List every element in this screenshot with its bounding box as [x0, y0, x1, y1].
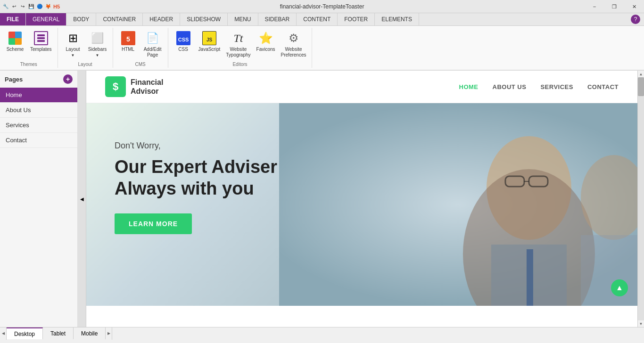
css-icon: CSS — [176, 31, 191, 46]
scroll-up-arrow[interactable]: ▲ — [638, 71, 644, 77]
app-icon: 🔧 — [2, 3, 9, 10]
svg-text:5: 5 — [126, 35, 130, 43]
sidebars-icon: ⬜ — [90, 31, 105, 46]
title-bar-icons: 🔧 ↩ ↪ 💾 🔵 🦊 H5 — [0, 3, 60, 10]
nav-item-home[interactable]: HOME — [459, 83, 479, 90]
svg-rect-16 — [581, 235, 637, 306]
scroll-track[interactable] — [638, 77, 644, 320]
website-typography-button[interactable]: Tt WebsiteTypography — [224, 30, 252, 59]
tab-sidebar[interactable]: SIDEBAR — [258, 13, 297, 25]
undo-icon[interactable]: ↩ — [10, 3, 18, 10]
sidebar-item-home[interactable]: Home — [0, 88, 77, 103]
toggle-arrow-icon: ◀ — [80, 196, 84, 202]
javascript-icon: JS — [202, 31, 217, 46]
minimize-button[interactable]: − — [585, 0, 604, 13]
sidebar-item-contact[interactable]: Contact — [0, 133, 77, 148]
themes-group-label: Themes — [20, 61, 37, 68]
restore-button[interactable]: ❒ — [604, 0, 624, 13]
html5-ribbon-icon: 5 — [121, 31, 136, 46]
tab-scroll-left[interactable]: ◀ — [0, 327, 7, 340]
tab-content[interactable]: CONTENT — [297, 13, 338, 25]
nav-item-contact[interactable]: CONTACT — [587, 83, 619, 90]
bottom-bar: ◀ Desktop Tablet Mobile ▶ — [0, 327, 644, 339]
site-menu: HOME ABOUT US SERVICES CONTACT — [459, 83, 619, 90]
templates-icon — [33, 31, 49, 46]
add-edit-page-button[interactable]: 📄 Add/EditPage — [141, 30, 164, 59]
tab-elements[interactable]: ELEMENTS — [375, 13, 419, 25]
website-preferences-icon: ⚙ — [286, 31, 301, 46]
tab-slideshow[interactable]: SLIDESHOW — [180, 13, 228, 25]
hero-content: Don't Worry, Our Expert Adviser Always w… — [115, 141, 277, 234]
sidebars-button[interactable]: ⬜ Sidebars▼ — [86, 30, 109, 59]
sidebar-item-services[interactable]: Services — [0, 118, 77, 133]
tab-desktop[interactable]: Desktop — [7, 327, 43, 339]
favicons-button[interactable]: ⭐ Favicons — [255, 30, 277, 53]
editors-group-label: Editors — [232, 61, 247, 68]
learn-more-button[interactable]: LEARN MORE — [115, 213, 192, 234]
layout-icon: ⊞ — [66, 31, 81, 46]
tab-menu[interactable]: MENU — [228, 13, 258, 25]
logo-line1: Financial — [131, 78, 163, 87]
save-icon[interactable]: 💾 — [27, 3, 35, 10]
nav-item-about-us[interactable]: ABOUT US — [493, 83, 527, 90]
website-preferences-label: WebsitePreferences — [281, 47, 306, 58]
ribbon-group-layout: ⊞ Layout▼ ⬜ Sidebars▼ Layout — [58, 28, 113, 68]
css-label: CSS — [178, 47, 188, 52]
window-controls[interactable]: − ❒ ✕ — [585, 0, 644, 13]
ribbon-group-editors: CSS CSS JS JavaScript Tt WebsiteTypograp… — [168, 28, 313, 68]
help-button[interactable]: ? — [631, 15, 640, 24]
logo-icon: $ — [105, 76, 126, 97]
main-layout: Pages + Home About Us Services Contact ◀… — [0, 71, 644, 327]
tab-scroll-right[interactable]: ▶ — [106, 327, 112, 340]
layout-button[interactable]: ⊞ Layout▼ — [62, 30, 84, 59]
website-preview: $ Financial Advisor HOME ABOUT US SERVIC… — [86, 71, 637, 327]
hero-title-line2: Always with you — [115, 179, 254, 198]
redo-icon[interactable]: ↪ — [19, 3, 26, 10]
scheme-label: Scheme — [7, 47, 24, 52]
ribbon-group-cms: 5 HTML 📄 Add/EditPage CMS — [113, 28, 168, 68]
html-button[interactable]: 5 HTML — [117, 30, 140, 53]
tab-footer[interactable]: FOOTER — [338, 13, 375, 25]
scheme-icon — [8, 31, 23, 46]
templates-button[interactable]: Templates — [28, 30, 54, 53]
vertical-scrollbar[interactable]: ▲ ▼ — [637, 71, 644, 327]
javascript-button[interactable]: JS JavaScript — [197, 30, 223, 53]
close-button[interactable]: ✕ — [624, 0, 644, 13]
canvas-toggle-button[interactable]: ◀ — [78, 71, 86, 327]
css-button[interactable]: CSS CSS — [172, 30, 195, 53]
scheme-button[interactable]: Scheme — [4, 30, 26, 53]
tab-tablet[interactable]: Tablet — [43, 327, 74, 339]
tab-file[interactable]: FILE — [0, 13, 26, 25]
pages-sidebar: Pages + Home About Us Services Contact — [0, 71, 78, 327]
ribbon-tab-bar: FILE GENERAL BODY CONTAINER HEADER SLIDE… — [0, 13, 644, 26]
add-page-button[interactable]: + — [63, 74, 73, 84]
sidebar-item-about-us[interactable]: About Us — [0, 103, 77, 118]
tab-general[interactable]: GENERAL — [26, 13, 66, 25]
tab-container[interactable]: CONTAINER — [96, 13, 143, 25]
cms-group-label: CMS — [135, 61, 145, 68]
scroll-down-arrow[interactable]: ▼ — [638, 320, 644, 327]
nav-item-services[interactable]: SERVICES — [540, 83, 573, 90]
scroll-to-top-button[interactable]: ▲ — [611, 279, 628, 296]
scroll-thumb[interactable] — [638, 77, 644, 96]
templates-label: Templates — [30, 47, 52, 52]
sidebars-label: Sidebars▼ — [88, 47, 107, 58]
website-preferences-button[interactable]: ⚙ WebsitePreferences — [279, 30, 308, 59]
layout-label: Layout▼ — [66, 47, 80, 58]
hero-section: Don't Worry, Our Expert Adviser Always w… — [86, 103, 637, 306]
ribbon: FILE GENERAL BODY CONTAINER HEADER SLIDE… — [0, 13, 644, 71]
website-typography-label: WebsiteTypography — [226, 47, 250, 58]
logo-line2: Advisor — [131, 87, 163, 96]
tab-mobile[interactable]: Mobile — [74, 327, 106, 339]
tab-body[interactable]: BODY — [66, 13, 96, 25]
logo-text: Financial Advisor — [131, 78, 163, 96]
site-logo: $ Financial Advisor — [105, 76, 163, 97]
add-edit-page-label: Add/EditPage — [144, 47, 162, 58]
html-label: HTML — [122, 47, 134, 52]
window-title: financial-advisor-TemplateToaster — [280, 3, 364, 10]
tab-header[interactable]: HEADER — [143, 13, 180, 25]
icon1: 🔵 — [36, 3, 43, 10]
hero-title-line1: Our Expert Adviser — [115, 157, 277, 177]
sidebar-header: Pages + — [0, 71, 77, 88]
html5-icon: H5 — [53, 3, 60, 10]
